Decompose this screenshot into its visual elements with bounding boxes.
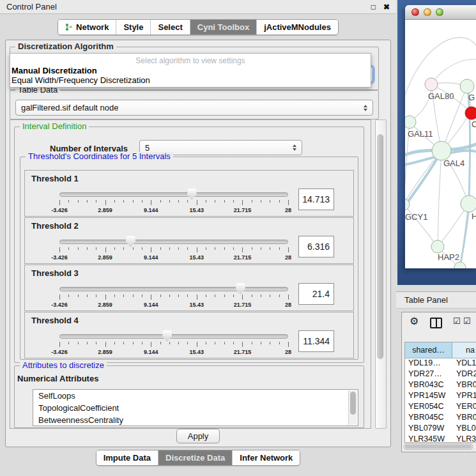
table-row[interactable]: YPR145WYPR1 (405, 391, 476, 402)
horizontal-scrollbar-thumb[interactable] (405, 445, 472, 449)
network-node[interactable] (461, 196, 476, 212)
slider-track[interactable] (59, 192, 288, 197)
threshold-value-field[interactable]: 11.344 (298, 330, 334, 352)
threshold-slider[interactable]: -3.4262.8599.14415.4321.71528 (59, 284, 288, 310)
network-node-hap2[interactable] (431, 240, 444, 253)
threshold-slider[interactable]: -3.4262.8599.14415.4321.71528 (59, 332, 288, 357)
zoom-traffic-light-icon[interactable] (436, 8, 443, 16)
table-row[interactable]: YBR045CYBR0 (405, 413, 476, 424)
tick-mark (197, 247, 197, 252)
table-row[interactable]: YLR345WYLR3 (405, 434, 476, 443)
threshold-slider[interactable]: -3.4262.8599.14415.4321.71528 (59, 237, 288, 263)
tab-network[interactable]: Network (58, 20, 116, 35)
table-row[interactable]: YER054CYER0 (405, 402, 476, 413)
slider-track[interactable] (59, 287, 288, 291)
tick-mark (87, 342, 88, 344)
tick-mark (169, 200, 170, 203)
network-node-red[interactable] (465, 107, 476, 119)
slider-thumb[interactable] (236, 283, 245, 295)
tick-mark (105, 247, 106, 252)
checkbox-icon[interactable]: ☑ (453, 317, 461, 325)
top-tab-bar: NetworkStyleSelectCyni ToolboxjActiveMNo… (58, 19, 339, 35)
dropdown-placeholder: Select algorithm to view settings (10, 54, 371, 66)
tick-mark (169, 295, 170, 297)
slider-thumb[interactable] (126, 236, 135, 247)
minimize-traffic-light-icon[interactable] (424, 8, 431, 16)
attribute-item-topologicalcoefficient[interactable]: TopologicalCoefficient (33, 402, 358, 414)
column-split-icon[interactable] (430, 318, 442, 328)
float-window-icon[interactable]: □ (371, 3, 376, 11)
list-scrollbar-thumb[interactable] (350, 392, 356, 415)
network-canvas[interactable]: GAL80 G C GAL11 GAL4 GCY1 H HAP2 (405, 20, 476, 268)
table-cell-shared-name: YBR045C (405, 413, 452, 424)
slider-thumb[interactable] (162, 330, 172, 342)
table-row[interactable]: YDL19…YDL1 (405, 358, 476, 369)
numerical-attributes-list[interactable]: SelfLoopsTopologicalCoefficientBetweenne… (33, 389, 358, 426)
table-row[interactable]: YDR27…YDR2 (405, 369, 476, 380)
table-data-combobox[interactable]: galFiltered.sif default node (15, 100, 373, 116)
close-icon[interactable]: ✖ (383, 3, 390, 11)
list-scrollbar[interactable] (348, 390, 357, 425)
slider-track[interactable] (59, 334, 288, 339)
column-header-shared-name[interactable]: shared… (405, 342, 452, 358)
vertical-scrollbar-thumb[interactable] (377, 134, 383, 359)
attribute-item-selfloops[interactable]: SelfLoops (33, 390, 358, 402)
network-node-gal11[interactable] (405, 116, 416, 128)
threshold-value-field[interactable]: 6.316 (298, 236, 334, 257)
column-header-name[interactable]: na (452, 342, 476, 358)
network-window-titlebar[interactable] (405, 5, 476, 20)
threshold-value-field[interactable]: 14.713 (298, 188, 334, 210)
tick-mark (288, 247, 289, 252)
table-data-value: galFiltered.sif default node (21, 103, 118, 112)
tab-jactivemnodules[interactable]: jActiveMNodules (256, 20, 338, 35)
close-traffic-light-icon[interactable] (411, 8, 419, 16)
gear-icon[interactable]: ⚙ (410, 316, 418, 326)
slider-scale: -3.4262.8599.14415.4321.71528 (59, 207, 288, 214)
tick-mark (270, 295, 270, 297)
algorithm-dropdown-popup: Select algorithm to view settings Manual… (10, 53, 371, 88)
network-node[interactable] (454, 262, 466, 268)
stepper-icon (293, 144, 296, 151)
network-node[interactable] (460, 79, 474, 93)
attribute-item-betweennesscentrality[interactable]: BetweennessCentrality (33, 414, 358, 426)
tab-style[interactable]: Style (116, 20, 150, 35)
scale-label: 28 (285, 254, 291, 261)
tick-mark (270, 342, 270, 344)
network-node-pink[interactable] (425, 78, 438, 91)
cyni-toolbox-content: Discretization Algorithm Select algorith… (5, 40, 391, 447)
threshold-value-field[interactable]: 21.4 (298, 283, 334, 305)
table-row[interactable]: YBL079WYBL0 (405, 424, 476, 434)
apply-button[interactable]: Apply (176, 429, 220, 443)
tick-mark (78, 342, 79, 344)
tick-mark (105, 342, 106, 347)
tab-select[interactable]: Select (150, 20, 189, 35)
table-panel-body: ⚙ ☑ ☑ shared… na YDL19…YDL1YDR27…YDR2YBR… (401, 312, 476, 452)
tick-mark (242, 342, 243, 347)
slider-thumb[interactable] (187, 188, 197, 200)
tick-mark (252, 295, 252, 297)
tick-mark (78, 200, 79, 203)
checkbox-icon[interactable]: ☑ (463, 317, 471, 325)
tab-cyni-toolbox[interactable]: Cyni Toolbox (190, 20, 256, 35)
tab-impute-data[interactable]: Impute Data (96, 450, 158, 465)
vertical-scrollbar[interactable] (375, 119, 387, 429)
tick-mark (142, 295, 142, 297)
tick-mark (160, 247, 161, 250)
dropdown-item-manual-discretization[interactable]: Manual Discretization (10, 66, 371, 75)
threshold-panel-4: Threshold 4-3.4262.8599.14415.4321.71528… (24, 312, 354, 358)
tab-discretize-data[interactable]: Discretize Data (158, 450, 232, 465)
slider-track[interactable] (59, 240, 288, 244)
tick-mark (151, 342, 151, 347)
tab-infer-network[interactable]: Infer Network (232, 450, 300, 465)
threshold-slider[interactable]: -3.4262.8599.14415.4321.71528 (59, 190, 288, 215)
tab-label: Network (76, 22, 109, 32)
tick-mark (215, 247, 215, 250)
dropdown-item-equal-width-frequency-discretization[interactable]: Equal Width/Frequency Discretization (10, 75, 371, 85)
tick-mark (133, 295, 134, 297)
right-column: GAL80 G C GAL11 GAL4 GCY1 H HAP2 Table P… (396, 0, 476, 476)
table-cell-name: YDR2 (452, 369, 476, 380)
network-view-window: GAL80 G C GAL11 GAL4 GCY1 H HAP2 (405, 5, 476, 268)
horizontal-scrollbar[interactable] (404, 443, 473, 450)
network-node-gal4[interactable] (432, 141, 451, 160)
table-row[interactable]: YBR043CYBR0 (405, 380, 476, 391)
